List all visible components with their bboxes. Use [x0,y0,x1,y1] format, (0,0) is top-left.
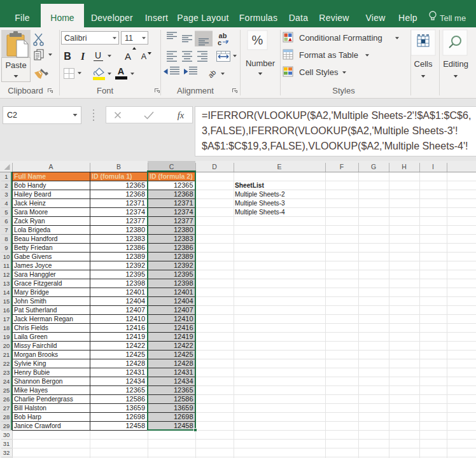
svg-text:Paste: Paste [5,60,26,70]
svg-text:D: D [212,163,217,170]
svg-text:Laila Green: Laila Green [14,333,48,340]
svg-text:Jack Heinz: Jack Heinz [14,200,46,207]
svg-text:12398: 12398 [125,279,145,287]
svg-text:Zack Ryan: Zack Ryan [14,218,45,225]
svg-text:4: 4 [4,200,8,207]
svg-text:12377: 12377 [125,217,145,225]
svg-text:1: 1 [4,173,8,180]
svg-text:Jack Herman Regan: Jack Herman Regan [14,316,73,323]
svg-text:12428: 12428 [125,359,145,367]
svg-text:12365: 12365 [125,386,145,394]
svg-text:Chris Fields: Chris Fields [14,324,48,331]
svg-text:3: 3 [4,191,8,198]
svg-text:U: U [95,50,101,60]
svg-text:E: E [277,163,281,170]
svg-text:12374: 12374 [125,208,145,216]
svg-text:23: 23 [3,369,10,376]
svg-text:12431: 12431 [174,368,193,376]
svg-text:12392: 12392 [125,261,145,269]
svg-text:12410: 12410 [174,315,193,323]
svg-text:6: 6 [4,218,8,225]
svg-text:12: 12 [3,271,10,278]
svg-text:7: 7 [4,226,8,233]
svg-text:ID (fomula 1): ID (fomula 1) [92,172,132,180]
svg-text:Format as Table: Format as Table [299,50,358,60]
svg-text:C: C [169,163,174,170]
svg-text:Bob Harp: Bob Harp [14,413,41,420]
svg-text:Gabe Givens: Gabe Givens [14,253,52,260]
svg-text:26: 26 [3,396,10,403]
svg-text:12434: 12434 [125,377,145,385]
svg-text:A: A [141,52,147,61]
svg-text:Sara Moore: Sara Moore [14,209,48,216]
svg-text:Page Layout: Page Layout [177,13,228,23]
svg-text:12404: 12404 [174,297,193,305]
svg-text:Mike Hayes: Mike Hayes [14,387,48,394]
svg-text:12419: 12419 [174,333,193,340]
svg-text:24: 24 [3,378,10,385]
svg-text:Tell me: Tell me [440,13,466,23]
svg-text:30: 30 [3,431,10,438]
svg-text:12368: 12368 [125,190,145,198]
svg-text:Insert: Insert [145,13,169,23]
svg-text:Grace Fitzgerald: Grace Fitzgerald [14,280,62,287]
svg-text:12380: 12380 [174,226,193,233]
svg-text:G: G [371,163,376,170]
svg-text:8: 8 [4,235,8,242]
svg-text:Styles: Styles [332,86,355,95]
svg-text:Number: Number [246,59,276,68]
svg-text:13659: 13659 [125,404,145,412]
svg-text:12395: 12395 [125,270,145,278]
svg-text:12458: 12458 [174,422,193,429]
svg-text:Hailey Beard: Hailey Beard [14,191,52,198]
svg-text:12392: 12392 [174,261,193,269]
svg-text:28: 28 [3,413,10,420]
svg-text:12371: 12371 [125,199,145,207]
svg-text:Data: Data [289,13,309,23]
svg-text:5: 5 [4,209,8,216]
svg-text:11: 11 [125,34,133,43]
svg-text:C2: C2 [7,111,17,120]
svg-text:B: B [64,51,71,62]
svg-text:12368: 12368 [174,190,193,198]
svg-text:10: 10 [3,253,10,260]
svg-text:I: I [80,51,85,62]
svg-text:Help: Help [398,13,417,23]
svg-text:John Smith: John Smith [14,298,46,305]
svg-text:Home: Home [50,13,74,23]
svg-text:A: A [118,66,125,76]
svg-text:12698: 12698 [174,413,193,420]
svg-text:I: I [432,163,434,170]
svg-text:3,FALSE),IFERROR(VLOOKUP($A2,': 3,FALSE),IFERROR(VLOOKUP($A2,'Multiple S… [202,125,458,136]
svg-text:18: 18 [3,324,10,331]
svg-text:12419: 12419 [125,333,145,340]
svg-text:31: 31 [3,440,10,447]
svg-text:B: B [116,163,121,170]
svg-text:F: F [340,163,344,170]
svg-text:View: View [365,13,386,23]
svg-text:2: 2 [4,182,8,189]
svg-text:A: A [48,163,53,170]
svg-text:12431: 12431 [125,368,145,376]
svg-text:12458: 12458 [125,422,145,429]
svg-text:Lola Brigeda: Lola Brigeda [14,226,51,233]
svg-text:12386: 12386 [125,244,145,251]
svg-text:27: 27 [3,405,10,412]
svg-text:Editing: Editing [443,59,468,69]
svg-text:Missy Fairchild: Missy Fairchild [14,342,57,349]
svg-text:Multiple Sheets-3: Multiple Sheets-3 [235,200,285,207]
svg-text:Formulas: Formulas [239,13,277,23]
svg-text:12416: 12416 [125,324,145,331]
svg-text:12586: 12586 [174,395,193,403]
svg-text:Bill Halston: Bill Halston [14,405,46,412]
svg-text:29: 29 [3,422,10,429]
svg-text:12434: 12434 [174,377,193,385]
svg-text:Beau Handford: Beau Handford [14,235,58,242]
svg-text:12398: 12398 [174,279,193,287]
svg-text:17: 17 [3,316,10,323]
svg-text:12425: 12425 [125,350,145,358]
svg-text:Full Name: Full Name [14,172,46,180]
svg-text:Mary Bridge: Mary Bridge [14,289,49,296]
svg-text:fx: fx [178,110,185,120]
svg-text:%: % [252,33,263,47]
